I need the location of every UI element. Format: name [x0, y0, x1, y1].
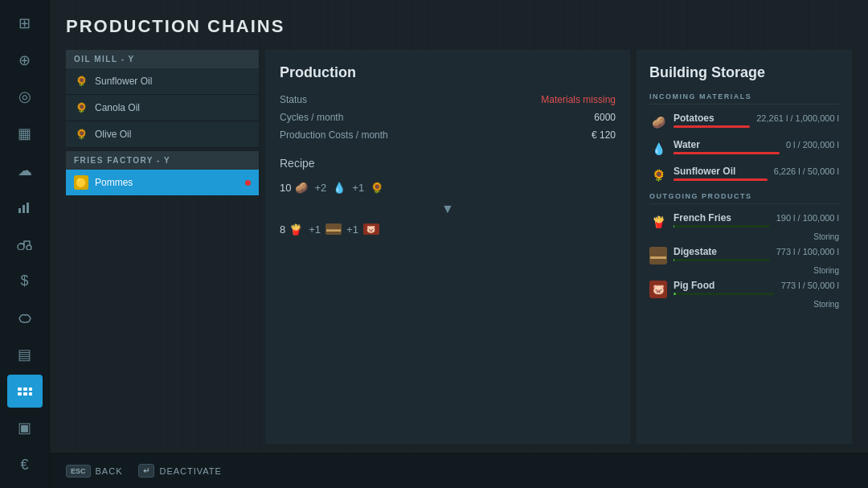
sidebar-item-globe[interactable]: ⊕ [7, 43, 43, 77]
svg-point-3 [18, 244, 24, 250]
fries-recipe-icon: 🍟 [288, 221, 304, 237]
ingredient-fries: 8 🍟 [280, 221, 304, 237]
sunflower-oil-label: Sunflower Oil [95, 76, 152, 87]
digestate-bar [674, 259, 770, 261]
plus3: +1 [309, 223, 321, 236]
pigfood-icon: 🐷 [363, 223, 379, 235]
svg-rect-5 [18, 388, 22, 391]
sidebar-item-calendar[interactable]: ▦ [7, 117, 43, 150]
svg-rect-7 [23, 388, 27, 391]
sidebar-item-animal[interactable] [7, 301, 43, 334]
potatoes-info: Potatoes [674, 113, 750, 128]
status-value: Materials missing [541, 94, 616, 105]
storage-digestate: ▬▬ Digestate 773 l / 100,000 l Storing [649, 246, 839, 275]
back-label: BACK [96, 466, 123, 476]
plus4: +1 [346, 223, 358, 236]
pommes-icon: 🟡 [74, 175, 88, 190]
pig-food-storing: Storing [649, 300, 839, 309]
storage-french-fries: 🍟 French Fries 190 l / 100,000 l Storing [649, 212, 839, 241]
pig-food-info: Pig Food [674, 280, 775, 295]
sunflower-oil-icon: 🌻 [74, 74, 88, 88]
panels-row: OIL MILL - Y 🌻 Sunflower Oil 🌻 Canola Oi… [66, 50, 852, 444]
chain-item-olive-oil[interactable]: 🌻 Olive Oil [66, 121, 259, 148]
pig-food-icon: 🐷 [649, 281, 667, 298]
french-fries-bar [674, 225, 770, 228]
sunflower-bar [674, 178, 768, 181]
potatoes-name: Potatoes [674, 113, 750, 124]
sidebar-item-book[interactable]: ▤ [7, 338, 43, 371]
pig-food-name: Pig Food [674, 280, 775, 291]
digestate-storing: Storing [649, 266, 839, 275]
storage-sunflower-oil: 🌻 Sunflower Oil 6,226 l / 50,000 l [649, 166, 839, 184]
sidebar-item-euro[interactable]: € [7, 448, 43, 482]
recipe-arrow: ▼ [280, 202, 616, 216]
storage-water: 💧 Water 0 l / 200,000 l [649, 139, 839, 158]
back-key: ESC [66, 465, 91, 478]
pig-food-amount: 773 l / 50,000 l [781, 281, 839, 290]
sidebar-item-wheel[interactable]: ◎ [7, 80, 43, 114]
potatoes-bar [674, 125, 750, 128]
plus2: +1 [352, 182, 364, 194]
production-panel: Production Status Materials missing Cycl… [265, 50, 630, 444]
digestate-icon: ▬▬ [326, 223, 342, 235]
digestate-info: Digestate [674, 246, 770, 261]
water-bar [674, 152, 780, 154]
fries-factory-header: FRIES FACTORY - Y [66, 151, 259, 170]
pommes-dot [245, 180, 251, 186]
outgoing-header: OUTGOING PRODUCTS [649, 192, 839, 204]
sunflower-name: Sunflower Oil [674, 166, 768, 177]
back-button[interactable]: ESC BACK [66, 465, 122, 478]
water-name: Water [674, 139, 780, 150]
pig-food-row: 🐷 Pig Food 773 l / 50,000 l [649, 280, 839, 298]
french-fries-name: French Fries [674, 212, 770, 223]
digestate-row: ▬▬ Digestate 773 l / 100,000 l [649, 246, 839, 265]
svg-rect-10 [29, 392, 32, 396]
sidebar-item-map[interactable]: ⊞ [7, 6, 43, 40]
digestate-name: Digestate [674, 246, 770, 257]
svg-rect-8 [23, 392, 27, 396]
svg-rect-6 [18, 392, 22, 396]
svg-rect-9 [29, 388, 32, 391]
status-row: Status Materials missing [280, 94, 616, 105]
olive-oil-icon: 🌻 [74, 127, 88, 141]
sunflower-recipe-icon: 🌻 [369, 179, 385, 195]
oil-mill-header: OIL MILL - Y [66, 50, 259, 68]
cycles-label: Cycles / month [280, 112, 343, 123]
deactivate-button[interactable]: ↵ DEACTIVATE [138, 464, 221, 478]
costs-row: Production Costs / month € 120 [280, 129, 616, 141]
sidebar-item-tractor[interactable] [7, 228, 43, 261]
deactivate-label: DEACTIVATE [159, 466, 221, 476]
canola-oil-icon: 🌻 [74, 100, 88, 115]
sidebar-item-chains[interactable] [7, 375, 43, 408]
chain-item-pommes[interactable]: 🟡 Pommes [66, 170, 259, 196]
french-fries-info: French Fries [674, 212, 770, 228]
ingredient-potatoes: 10 🥔 [280, 179, 309, 195]
french-fries-row: 🍟 French Fries 190 l / 100,000 l [649, 212, 839, 231]
sidebar-item-screen[interactable]: ▣ [7, 411, 43, 445]
potatoes-amount: 22,261 l / 1,000,000 l [756, 113, 839, 123]
sidebar-item-weather[interactable]: ☁ [7, 154, 43, 187]
french-fries-icon: 🍟 [649, 213, 667, 231]
cycles-value: 6000 [594, 112, 616, 123]
storage-pig-food: 🐷 Pig Food 773 l / 50,000 l Storing [649, 280, 839, 309]
chain-item-sunflower-oil[interactable]: 🌻 Sunflower Oil [66, 68, 259, 95]
storage-title: Building Storage [649, 64, 839, 81]
sunflower-amount: 6,226 l / 50,000 l [774, 166, 839, 176]
french-fries-amount: 190 l / 100,000 l [776, 213, 839, 223]
bottom-bar: ESC BACK ↵ DEACTIVATE [50, 453, 868, 488]
chain-item-canola-oil[interactable]: 🌻 Canola Oil [66, 95, 259, 121]
potato-icon: 🥔 [293, 179, 309, 195]
production-title: Production [280, 64, 616, 81]
main-content: PRODUCTION CHAINS OIL MILL - Y 🌻 Sunflow… [50, 0, 868, 488]
costs-label: Production Costs / month [280, 129, 388, 141]
sidebar: ⊞ ⊕ ◎ ▦ ☁ $ ▤ ▣ € [0, 0, 50, 488]
water-amount: 0 l / 200,000 l [786, 140, 839, 150]
deactivate-key: ↵ [138, 464, 154, 478]
olive-oil-label: Olive Oil [95, 129, 131, 140]
svg-rect-1 [23, 205, 25, 213]
plus1: +2 [314, 182, 326, 194]
digestate-storage-icon: ▬▬ [649, 247, 667, 265]
sidebar-item-money[interactable]: $ [7, 264, 43, 297]
status-label: Status [280, 94, 307, 105]
sidebar-item-chart[interactable] [7, 191, 43, 224]
